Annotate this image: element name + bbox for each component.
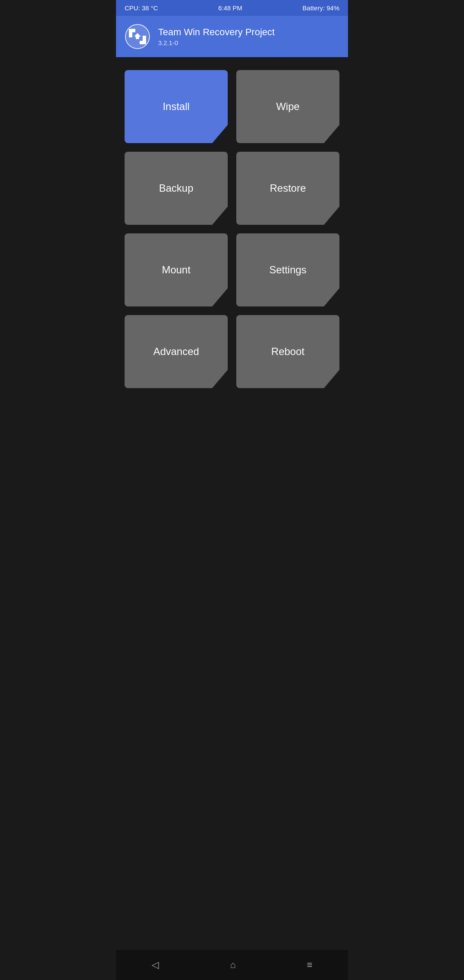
menu-nav-icon[interactable]: ≡	[307, 959, 312, 971]
navigation-bar: ◁ ⌂ ≡	[116, 950, 348, 980]
time-status: 6:48 PM	[218, 4, 242, 12]
cpu-status: CPU: 38 °C	[125, 4, 158, 12]
reboot-button[interactable]: Reboot	[236, 315, 339, 388]
button-row-1: Install Wipe	[125, 70, 339, 143]
back-nav-icon[interactable]: ◁	[152, 959, 159, 971]
app-title: Team Win Recovery Project	[158, 27, 275, 38]
wipe-button[interactable]: Wipe	[236, 70, 339, 143]
app-logo	[125, 24, 150, 49]
home-nav-icon[interactable]: ⌂	[230, 959, 235, 971]
status-bar: CPU: 38 °C 6:48 PM Battery: 94%	[116, 0, 348, 16]
app-header: Team Win Recovery Project 3.2.1-0	[116, 16, 348, 57]
settings-button[interactable]: Settings	[236, 233, 339, 306]
battery-status: Battery: 94%	[302, 4, 339, 12]
button-row-4: Advanced Reboot	[125, 315, 339, 388]
backup-button[interactable]: Backup	[125, 152, 228, 225]
restore-button[interactable]: Restore	[236, 152, 339, 225]
install-button[interactable]: Install	[125, 70, 228, 143]
header-text-block: Team Win Recovery Project 3.2.1-0	[158, 27, 275, 46]
advanced-button[interactable]: Advanced	[125, 315, 228, 388]
button-row-2: Backup Restore	[125, 152, 339, 225]
mount-button[interactable]: Mount	[125, 233, 228, 306]
button-row-3: Mount Settings	[125, 233, 339, 306]
main-content: Install Wipe Backup Restore Mount Settin…	[116, 57, 348, 950]
app-version: 3.2.1-0	[158, 39, 275, 46]
